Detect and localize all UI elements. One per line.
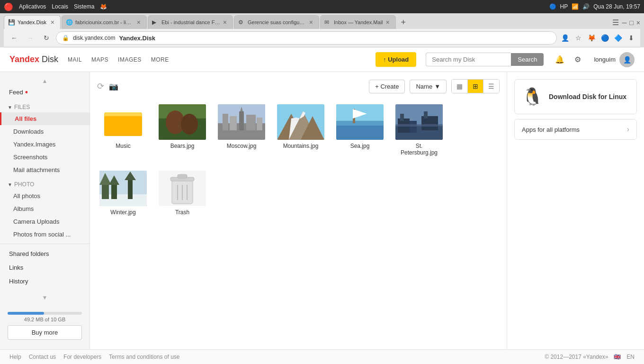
tab-close-inbox[interactable]: × [386,18,390,26]
apps-platforms-chevron-icon: › [627,125,629,134]
search-area: Search [426,53,544,66]
tab-close-yandex[interactable]: × [51,18,54,26]
folder-icon-music [104,107,142,137]
sidebar-item-all-files[interactable]: All files [0,112,89,125]
search-input[interactable] [426,53,511,66]
file-item-moscow[interactable]: Moscow.jpg [215,100,268,160]
sidebar-item-links[interactable]: Links [0,261,89,274]
view-btn-large-grid[interactable]: ▦ [452,80,468,93]
files-toggle[interactable]: ▼ [8,105,12,110]
search-button[interactable]: Search [511,53,544,66]
tab-close-ebi[interactable]: × [223,18,227,26]
tab-fabricio[interactable]: 🌐 fabriciounix.com.br - linux,b × [62,15,147,29]
svg-rect-30 [410,121,417,133]
tab-favicon-inbox: ✉ [324,19,331,26]
os-menu-sistema[interactable]: Sistema [74,3,94,10]
file-item-trash[interactable]: Trash [156,167,208,219]
file-item-winter[interactable]: Winter.jpg [97,167,149,219]
tab-inbox[interactable]: ✉ Inbox — Yandex.Mail × [320,15,396,29]
buy-more-button[interactable]: Buy more [8,325,82,340]
username-label: longuim [594,56,616,63]
sidebar-divider-1 [0,244,89,244]
file-thumb-trash [159,171,206,206]
browser-icon-ext1[interactable]: 🦊 [586,33,597,43]
svg-rect-41 [128,178,133,199]
os-menu-locais[interactable]: Locais [52,3,68,10]
view-btn-small-grid[interactable]: ⊞ [468,80,483,93]
view-btn-list[interactable]: ☰ [483,80,499,93]
tab-ebi[interactable]: ▶ Ebi - industrial dance FGFC8 × [148,15,233,29]
sync-icon[interactable]: ⟳ [97,81,104,91]
address-bar[interactable]: 🔒 disk.yandex.com Yandex.Disk [56,31,557,45]
photo-toggle[interactable]: ▼ [8,182,12,187]
upload-button[interactable]: ↑ Upload [376,52,416,67]
tab-yandex-disk[interactable]: 💾 Yandex.Disk × [4,15,61,29]
refresh-button[interactable]: ↻ [40,31,53,45]
create-button[interactable]: + Create [369,80,405,93]
tab-favicon-yandex: 💾 [8,19,15,26]
sidebar-item-shared-folders[interactable]: Shared folders [0,247,89,261]
sidebar-item-camera-uploads[interactable]: Camera Uploads [0,215,89,228]
sidebar-item-yandex-images[interactable]: Yandex.Images [0,138,89,151]
sidebar-item-feed[interactable]: Feed [0,85,89,99]
sidebar-item-mail-attachments[interactable]: Mail attachments [0,164,89,176]
settings-icon[interactable]: ⚙ [571,53,584,66]
sidebar-item-history[interactable]: History [0,274,89,288]
storage-text: 49.2 MB of 10 GB [8,317,82,322]
svg-point-8 [177,112,181,117]
browser-icon-ext3[interactable]: 🔷 [613,33,623,43]
sort-button[interactable]: Name ▼ [410,80,447,93]
storage-bar-fill [8,312,44,315]
file-thumb-winter [99,171,147,206]
sidebar-item-photos-social[interactable]: Photos from social ... [0,228,89,241]
file-label-mountains: Mountains.jpg [283,143,319,149]
nav-images[interactable]: IMAGES [118,56,142,63]
back-button[interactable]: ← [8,31,21,45]
svg-point-6 [181,114,198,135]
tab-close-fabricio[interactable]: × [137,18,141,26]
sort-label: Name [416,83,432,90]
browser-minimize-icon[interactable]: ─ [622,19,626,27]
notification-icon[interactable]: 🔔 [553,53,566,66]
sidebar-item-screenshots[interactable]: Screenshots [0,151,89,164]
file-item-mountains[interactable]: Mountains.jpg [275,100,327,160]
tab-close-gerencie[interactable]: × [309,18,313,26]
sidebar-item-albums[interactable]: Albums [0,202,89,215]
forward-button[interactable]: → [24,31,37,45]
svg-rect-23 [336,123,384,140]
footer-link-terms[interactable]: Terms and conditions of use [109,354,179,360]
user-menu[interactable]: longuim 👤 [594,52,635,67]
download-disk-card[interactable]: 🐧 Download Disk for Linux [514,79,637,114]
new-tab-button[interactable]: + [397,16,410,29]
file-item-music[interactable]: Music [97,100,149,160]
sidebar-item-all-photos[interactable]: All photos [0,190,89,202]
file-item-sea[interactable]: Sea.jpg [334,100,386,160]
browser-icon-user[interactable]: 👤 [560,33,570,43]
browser-menu-icon[interactable]: ☰ [612,18,619,27]
os-menu-aplicativos[interactable]: Aplicativos [19,3,46,10]
nav-more[interactable]: MORE [151,56,169,63]
file-item-bears[interactable]: Bears.jpg [156,100,208,160]
browser-icon-ext2[interactable]: 🔵 [599,33,610,43]
file-item-stpete[interactable]: St. Petersburg.jpg [393,100,445,160]
svg-rect-12 [230,116,237,130]
browser-icon-download[interactable]: ⬇ [626,33,636,43]
browser-maximize-icon[interactable]: □ [629,19,633,27]
sidebar-item-downloads[interactable]: Downloads [0,125,89,138]
main-area: ▲ Feed ▼ Files All files Downloads Yande… [0,72,644,349]
footer-link-contact[interactable]: Contact us [29,354,56,360]
footer-link-developers[interactable]: For developers [63,354,101,360]
svg-rect-16 [257,118,262,130]
apps-platforms-card[interactable]: Apps for all platforms › [514,119,637,140]
browser-close-icon[interactable]: × [636,19,640,27]
nav-mail[interactable]: MAIL [68,56,82,63]
sidebar-scroll-up[interactable]: ▲ [0,77,89,85]
nav-maps[interactable]: MAPS [91,56,108,63]
volume-icon: 🔊 [582,3,590,10]
browser-icon-star[interactable]: ☆ [573,33,583,43]
footer-link-help[interactable]: Help [9,354,21,360]
sidebar-scroll-down[interactable]: ▼ [0,293,89,302]
screenshot-icon[interactable]: 📷 [109,82,118,91]
footer-links: Help Contact us For developers Terms and… [9,354,180,360]
tab-gerencie[interactable]: ⚙ Gerencie suas configuração × [234,15,319,29]
